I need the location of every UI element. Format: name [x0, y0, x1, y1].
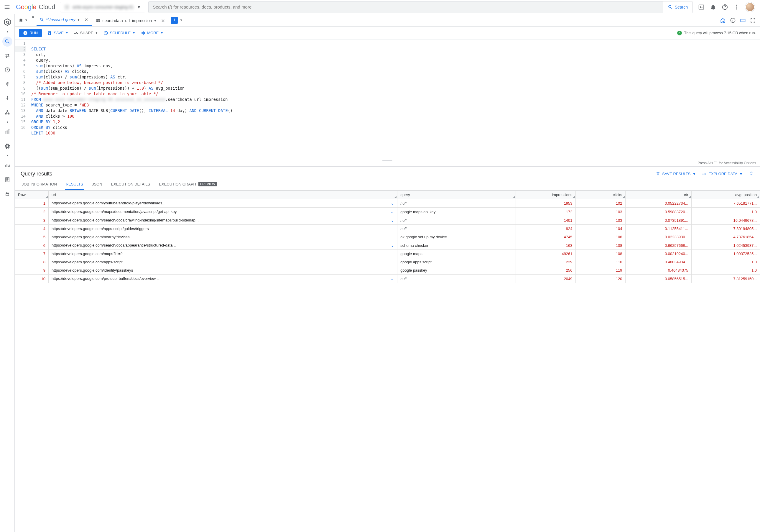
schedule-button[interactable]: SCHEDULE ▼	[104, 31, 136, 35]
svg-point-6	[736, 4, 737, 6]
table-row: 1https://developers.google.com/youtube/a…	[15, 199, 760, 208]
project-selector[interactable]: write-async-consumer-staging-01 ▼	[60, 2, 145, 12]
rail-analytics-hub-icon[interactable]	[2, 79, 12, 89]
col-query[interactable]: query◢	[398, 191, 516, 199]
chevron-down-icon: ▼	[739, 171, 743, 176]
more-vert-icon[interactable]	[734, 4, 740, 10]
query-icon	[39, 18, 44, 22]
search-button[interactable]: Search	[663, 1, 692, 13]
rail-bi-engine-icon[interactable]	[2, 107, 12, 118]
cell-impressions: 229	[516, 258, 575, 266]
cell-clicks: 103	[575, 208, 625, 216]
results-tab-job-info[interactable]: JOB INFORMATION	[21, 179, 58, 190]
pane-drag-handle[interactable]	[382, 160, 392, 161]
expand-collapse-icon[interactable]	[749, 171, 754, 177]
cell-ctr: 0.11255411...	[625, 225, 691, 233]
new-tab-menu-icon[interactable]: ▼	[179, 19, 182, 22]
rail-policy-icon[interactable]	[2, 174, 12, 185]
col-ctr[interactable]: ctr◢	[625, 191, 691, 199]
results-title: Query results	[21, 171, 650, 177]
share-button[interactable]: SHARE ▼	[74, 31, 98, 35]
cell-query: null	[398, 199, 516, 208]
cell-clicks: 120	[575, 274, 625, 283]
col-impressions[interactable]: impressions◢	[516, 191, 575, 199]
rail-data-transfer-icon[interactable]	[2, 51, 12, 61]
results-grid-wrap[interactable]: Row◢ url◢ query◢ impressions◢ clicks◢ ct…	[15, 190, 760, 532]
rail-dataform-icon[interactable]	[2, 93, 12, 103]
code-area[interactable]: SELECT url, query, sum(impressions) AS i…	[28, 39, 760, 161]
save-results-button[interactable]: SAVE RESULTS ▼	[656, 171, 696, 176]
cell-ctr: 0.07351891...	[625, 216, 691, 225]
sql-editor[interactable]: 12345678 910111213141516 SELECT url, que…	[15, 39, 760, 161]
cell-url: https://developers.google.com/youtube/an…	[49, 199, 398, 208]
project-name: write-async-consumer-staging-01	[72, 5, 133, 10]
col-row[interactable]: Row◢	[15, 191, 49, 199]
fullscreen-icon[interactable]	[750, 18, 756, 23]
expand-row-icon[interactable]: ⌄	[387, 209, 394, 214]
bigquery-logo-icon[interactable]	[2, 17, 12, 27]
cell-ctr: 0.02233930...	[625, 233, 691, 241]
close-tab-home[interactable]	[30, 14, 36, 20]
expand-row-icon[interactable]: ⌄	[387, 201, 394, 206]
cell-impressions: 4745	[516, 233, 575, 241]
workspace: ▼ *Unsaved query ▼ searchdata_url_im	[0, 14, 760, 532]
cloud-word: Cloud	[39, 3, 55, 11]
cell-url: https://developers.google.com/apps-scrip…	[49, 258, 398, 266]
rail-lock-icon[interactable]	[2, 189, 12, 199]
col-avg-position[interactable]: avg_position◢	[691, 191, 760, 199]
cloud-shell-icon[interactable]	[698, 4, 705, 10]
tab-table-searchdata[interactable]: searchdata_url_impression ▼	[93, 14, 169, 26]
col-url[interactable]: url◢	[49, 191, 398, 199]
close-tab-unsaved[interactable]	[83, 17, 89, 23]
user-avatar[interactable]	[745, 2, 755, 12]
rail-sql-workspace-icon[interactable]	[2, 36, 12, 47]
tab-unsaved-query[interactable]: *Unsaved query ▼	[36, 14, 93, 26]
col-clicks[interactable]: clicks◢	[575, 191, 625, 199]
expand-row-icon[interactable]: ⌄	[387, 243, 394, 248]
expand-row-icon[interactable]: ⌄	[387, 276, 394, 281]
results-header: Query results SAVE RESULTS ▼ EXPLORE DAT…	[15, 167, 760, 179]
google-cloud-logo[interactable]: Google Cloud	[14, 3, 57, 11]
results-tab-results[interactable]: RESULTS	[65, 179, 84, 190]
save-button[interactable]: SAVE ▼	[47, 31, 69, 35]
notifications-icon[interactable]	[710, 4, 716, 10]
new-tab-button[interactable]: +	[171, 17, 178, 24]
rail-scheduled-queries-icon[interactable]	[2, 65, 12, 75]
cell-avg-position: 7.30194805...	[691, 225, 760, 233]
left-nav-rail	[0, 14, 15, 532]
explore-data-button[interactable]: EXPLORE DATA ▼	[702, 171, 743, 176]
cell-avg-position: 1.02453987...	[691, 241, 760, 250]
line-gutter: 12345678 910111213141516	[15, 39, 28, 161]
run-button[interactable]: RUN	[19, 29, 42, 37]
cell-query: schema checker	[398, 241, 516, 250]
results-tab-exec-details[interactable]: EXECUTION DETAILS	[111, 179, 151, 190]
info-outline-icon[interactable]	[730, 18, 736, 23]
search-button-label: Search	[675, 5, 688, 10]
home-outline-icon[interactable]	[720, 18, 726, 23]
accessibility-hint: Press Alt+F1 for Accessibility Options.	[697, 161, 757, 165]
chevron-down-icon: ▼	[137, 5, 141, 10]
cell-query: ok google set up my device	[398, 233, 516, 241]
cell-impressions: 1401	[516, 216, 575, 225]
rail-monitoring-icon[interactable]	[2, 161, 12, 170]
tab-home[interactable]: ▼	[17, 14, 29, 26]
svg-point-14	[8, 113, 9, 114]
results-tab-json[interactable]: JSON	[91, 179, 103, 190]
cell-avg-position: 1.0	[691, 258, 760, 266]
table-row: 2https://developers.google.com/maps/docu…	[15, 208, 760, 216]
keyboard-icon[interactable]	[740, 18, 746, 23]
cell-row-number: 1	[15, 199, 49, 208]
rail-capacity-icon[interactable]	[2, 127, 12, 137]
cell-avg-position: 7.81259150...	[691, 274, 760, 283]
close-tab-table[interactable]	[160, 18, 166, 24]
expand-row-icon[interactable]: ⌄	[387, 218, 394, 223]
cell-avg-position: 1.0	[691, 266, 760, 274]
hamburger-menu-icon[interactable]	[3, 3, 11, 11]
results-tab-exec-graph[interactable]: EXECUTION GRAPH PREVIEW	[158, 179, 217, 190]
rail-settings-icon[interactable]	[2, 141, 12, 151]
search-input[interactable]	[149, 1, 663, 13]
save-label: SAVE	[54, 31, 64, 35]
more-button[interactable]: MORE ▼	[141, 31, 163, 35]
help-icon[interactable]	[722, 4, 728, 10]
table-row: 4https://developers.google.com/apps-scri…	[15, 225, 760, 233]
